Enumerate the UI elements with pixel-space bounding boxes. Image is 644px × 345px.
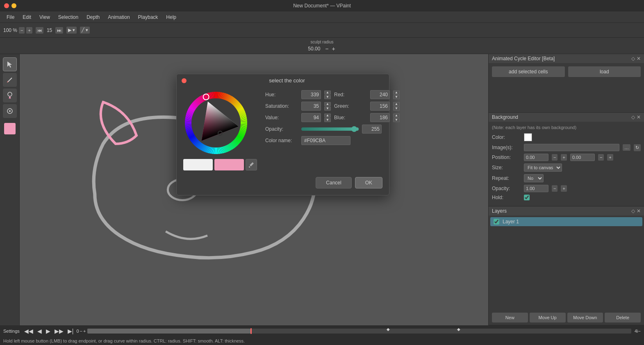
hold-checkbox[interactable] — [524, 195, 530, 200]
images-refresh-btn[interactable]: ↻ — [634, 144, 641, 151]
opacity-input[interactable] — [362, 125, 382, 134]
repeat-select[interactable]: No Yes — [524, 174, 544, 182]
red-down-btn[interactable]: ▼ — [393, 95, 400, 99]
background-expand-btn[interactable]: ◇ — [631, 114, 635, 120]
layer-item[interactable]: Layer 1 — [490, 217, 642, 226]
timeline-track[interactable]: ◆ ◆ — [87, 329, 631, 334]
opacity-row: Opacity: — [265, 125, 400, 134]
menu-edit[interactable]: Edit — [19, 14, 34, 21]
sat-down-btn[interactable]: ▼ — [324, 107, 331, 111]
red-input[interactable] — [370, 90, 390, 99]
size-select[interactable]: Fit to canvas Custom — [524, 163, 562, 172]
select-tool-btn[interactable] — [3, 57, 17, 71]
position-x-minus-btn[interactable]: − — [552, 154, 558, 161]
frame-prev-btn[interactable]: ⏮ — [36, 27, 43, 34]
sat-up-btn[interactable]: ▲ — [324, 102, 331, 106]
menu-file[interactable]: File — [3, 14, 18, 21]
counter-plus-btn[interactable]: + — [83, 329, 86, 334]
counter-minus-btn[interactable]: − — [80, 329, 82, 334]
bg-color-swatch[interactable] — [524, 133, 532, 141]
opacity-plus-btn[interactable]: + — [561, 185, 567, 192]
green-up-btn[interactable]: ▲ — [393, 102, 400, 106]
dialog-close-btn[interactable] — [182, 78, 187, 83]
green-down-btn[interactable]: ▼ — [393, 107, 400, 111]
color-wheel-area — [183, 90, 257, 170]
menu-help[interactable]: Help — [163, 14, 180, 21]
move-up-btn[interactable]: Move Up — [530, 313, 566, 322]
cycle-editor-title: Animated Cycle Editor [Beta] — [492, 56, 555, 61]
color-name-input[interactable] — [301, 136, 350, 145]
paint-tool-btn[interactable] — [3, 89, 17, 102]
position-x-plus-btn[interactable]: + — [561, 154, 567, 161]
menu-playback[interactable]: Playback — [135, 14, 162, 21]
minimize-button[interactable] — [11, 3, 16, 8]
cancel-btn[interactable]: Cancel — [316, 177, 351, 188]
opacity-prop-label: Opacity: — [492, 186, 521, 191]
position-y-minus-btn[interactable]: − — [598, 154, 604, 161]
blue-down-btn[interactable]: ▼ — [393, 118, 400, 122]
timeline-next-btn[interactable]: ▶▶ — [53, 328, 65, 334]
val-up-btn[interactable]: ▲ — [324, 113, 331, 118]
timeline-play-btn[interactable]: ▶ — [45, 328, 52, 334]
menu-view[interactable]: View — [36, 14, 53, 21]
timeline-prev-btn[interactable]: ◀ — [36, 328, 43, 334]
menu-depth[interactable]: Depth — [83, 14, 103, 21]
sculpt-tool-btn[interactable] — [3, 104, 17, 118]
opacity-slider[interactable] — [301, 127, 359, 131]
new-layer-btn[interactable]: New — [492, 313, 528, 322]
color-wheel-canvas[interactable] — [183, 90, 249, 156]
cycle-editor-expand-btn[interactable]: ◇ — [631, 56, 635, 61]
zoom-minus-btn[interactable]: − — [19, 27, 25, 34]
sculpt-minus-btn[interactable]: − — [324, 46, 329, 52]
blue-input[interactable] — [370, 113, 390, 122]
menu-animation[interactable]: Animation — [105, 14, 133, 21]
hue-label: Hue: — [265, 92, 298, 98]
ok-btn[interactable]: OK — [355, 177, 382, 188]
color-row: Color: — [492, 133, 641, 141]
images-input[interactable] — [524, 144, 619, 151]
hue-down-btn[interactable]: ▼ — [324, 95, 331, 99]
dialog-titlebar: select the color — [177, 74, 389, 87]
sculpt-plus-btn[interactable]: + — [331, 46, 336, 52]
add-selected-cells-btn[interactable]: add selected cells — [492, 66, 565, 77]
layers-expand-btn[interactable]: ◇ — [631, 208, 635, 214]
position-x-input[interactable] — [524, 154, 548, 161]
layer-checkbox[interactable] — [494, 219, 499, 225]
zoom-plus-btn[interactable]: + — [26, 27, 32, 34]
move-down-btn[interactable]: Move Down — [567, 313, 603, 322]
playback-btn2[interactable]: ╱ ▾ — [80, 27, 90, 34]
blue-up-btn[interactable]: ▲ — [393, 113, 400, 118]
opacity-prop-row: Opacity: − + — [492, 185, 641, 192]
background-close-btn[interactable]: ✕ — [637, 114, 641, 120]
opacity-minus-btn[interactable]: − — [552, 185, 558, 192]
menu-selection[interactable]: Selection — [55, 14, 82, 21]
opacity-prop-input[interactable] — [524, 185, 548, 192]
position-y-input[interactable] — [570, 154, 595, 161]
opacity-label: Opacity: — [265, 126, 298, 132]
close-button[interactable] — [4, 3, 9, 8]
hue-input[interactable] — [301, 90, 321, 99]
eyedropper-btn[interactable] — [246, 159, 257, 170]
position-y-plus-btn[interactable]: + — [607, 154, 613, 161]
val-down-btn[interactable]: ▼ — [324, 118, 331, 122]
value-input[interactable] — [301, 113, 321, 122]
frame-next-btn[interactable]: ⏭ — [55, 27, 63, 34]
images-row: Image(s): … ↻ — [492, 144, 641, 151]
layers-close-btn[interactable]: ✕ — [637, 208, 641, 214]
red-up-btn[interactable]: ▲ — [393, 91, 400, 95]
hue-up-btn[interactable]: ▲ — [324, 91, 331, 95]
timeline-start-btn[interactable]: ◀◀ — [23, 328, 34, 334]
color-swatch[interactable] — [4, 123, 16, 134]
pencil-tool-btn[interactable] — [3, 73, 17, 87]
images-browse-btn[interactable]: … — [623, 144, 630, 151]
cycle-editor-close-btn[interactable]: ✕ — [637, 56, 641, 61]
load-btn[interactable]: load — [568, 66, 641, 77]
saturation-input[interactable] — [301, 102, 321, 111]
delete-layer-btn[interactable]: Delete — [605, 313, 641, 322]
svg-rect-8 — [249, 166, 250, 168]
timeline-end-btn[interactable]: ▶| — [66, 328, 75, 334]
green-input[interactable] — [370, 102, 390, 111]
color-preview-new[interactable] — [214, 159, 244, 170]
playback-btn1[interactable]: ▶ ▾ — [66, 27, 77, 34]
color-preview-old[interactable] — [183, 159, 213, 170]
